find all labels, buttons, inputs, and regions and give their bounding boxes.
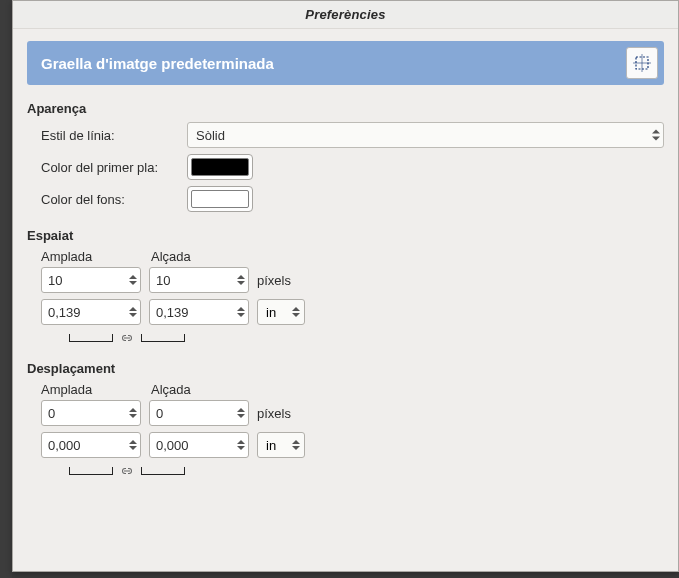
spacing-width-px-input[interactable] [41,267,141,293]
spacing-pixels-label: píxels [257,273,291,288]
offset-block: Amplada Alçada píxels [41,382,664,478]
offset-pixels-label: píxels [257,406,291,421]
chain-icon[interactable] [117,464,137,478]
offset-link-indicator [69,464,664,478]
bg-color-row: Color del fons: [41,186,664,212]
offset-height-unit-input[interactable] [149,432,249,458]
spacing-unit-value: in [266,305,276,320]
fg-color-label: Color del primer pla: [41,160,177,175]
offset-height-px-spin[interactable] [149,400,249,426]
spacing-height-unit-input[interactable] [149,299,249,325]
offset-width-label: Amplada [41,382,141,397]
offset-height-px-input[interactable] [149,400,249,426]
fg-color-button[interactable] [187,154,253,180]
line-style-combo[interactable]: Sòlid [187,122,664,148]
bg-color-button[interactable] [187,186,253,212]
spacing-height-px-input[interactable] [149,267,249,293]
grid-icon [626,47,658,79]
spacing-heading: Espaiat [27,228,664,243]
fg-color-swatch [191,158,249,176]
offset-width-px-input[interactable] [41,400,141,426]
content-area: Graella d'imatge predeterminada Aparença… [13,29,678,492]
section-title: Graella d'imatge predeterminada [41,55,274,72]
bg-color-swatch [191,190,249,208]
spacing-link-indicator [69,331,664,345]
chain-icon[interactable] [117,331,137,345]
spacing-block: Amplada Alçada píxels [41,249,664,345]
panel-shadow [0,0,12,578]
preferences-window: Preferències Graella d'imatge predetermi… [12,0,679,572]
offset-width-px-spin[interactable] [41,400,141,426]
line-style-label: Estil de línia: [41,128,177,143]
spacing-width-px-spin[interactable] [41,267,141,293]
offset-width-unit-input[interactable] [41,432,141,458]
spacing-unit-combo[interactable]: in [257,299,305,325]
offset-unit-combo[interactable]: in [257,432,305,458]
line-style-select[interactable]: Sòlid [187,122,664,148]
offset-width-unit-spin[interactable] [41,432,141,458]
line-style-row: Estil de línia: Sòlid [41,122,664,148]
offset-heading: Desplaçament [27,361,664,376]
spacing-width-unit-spin[interactable] [41,299,141,325]
spacing-width-unit-input[interactable] [41,299,141,325]
spacing-height-unit-spin[interactable] [149,299,249,325]
fg-color-row: Color del primer pla: [41,154,664,180]
section-header: Graella d'imatge predeterminada [27,41,664,85]
appearance-heading: Aparença [27,101,664,116]
offset-height-unit-spin[interactable] [149,432,249,458]
spacing-width-label: Amplada [41,249,141,264]
offset-height-label: Alçada [151,382,251,397]
spacing-height-label: Alçada [151,249,251,264]
offset-unit-value: in [266,438,276,453]
window-title: Preferències [13,1,678,29]
spacing-height-px-spin[interactable] [149,267,249,293]
bg-color-label: Color del fons: [41,192,177,207]
